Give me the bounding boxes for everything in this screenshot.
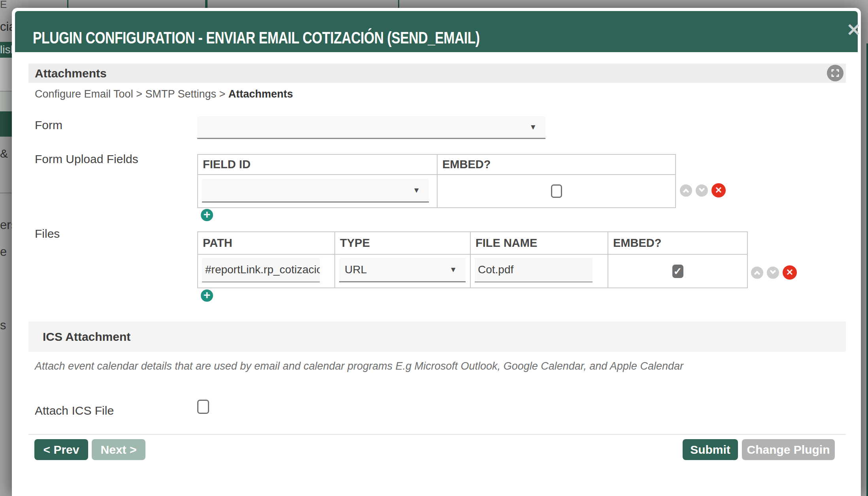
- dialog-title: PLUGIN CONFIGURATION - ENVIAR EMAIL COTI…: [33, 29, 480, 47]
- delete-icon: ✕: [786, 267, 793, 278]
- section-title: Attachments: [28, 64, 846, 83]
- file-name-input[interactable]: Cot.pdf: [475, 258, 593, 282]
- section-header-attachments: Attachments: [28, 64, 846, 83]
- type-select[interactable]: URL ▼: [339, 258, 466, 282]
- chevron-down-icon: ▼: [413, 186, 420, 194]
- page: E cial lish & E ers e s PLUGIN CONFIGURA…: [0, 0, 868, 496]
- column-header-embed: EMBED?: [438, 155, 675, 174]
- background-band-fragment: [0, 92, 13, 111]
- background-text-fragment: s: [0, 318, 6, 333]
- delete-row-button[interactable]: ✕: [783, 265, 797, 280]
- embed-cell: ✓: [608, 255, 747, 287]
- table-header-row: PATH TYPE FILE NAME EMBED?: [198, 232, 747, 255]
- plugin-configuration-dialog: PLUGIN CONFIGURATION - ENVIAR EMAIL COTI…: [12, 8, 861, 496]
- form-label: Form: [35, 118, 62, 132]
- delete-row-button[interactable]: ✕: [711, 183, 726, 197]
- type-cell: URL ▼: [335, 255, 471, 287]
- breadcrumb-link-smtp-settings[interactable]: SMTP Settings: [145, 88, 216, 100]
- move-down-button[interactable]: [696, 184, 708, 197]
- submit-button[interactable]: Submit: [683, 439, 738, 460]
- background-edge-fragment: [866, 43, 868, 496]
- background-divider-fragment: [0, 192, 12, 194]
- change-plugin-button[interactable]: Change Plugin: [742, 439, 835, 460]
- field-id-select[interactable]: ▼: [202, 179, 429, 203]
- attach-ics-file-label: Attach ICS File: [35, 404, 114, 417]
- prev-button[interactable]: < Prev: [34, 439, 88, 460]
- chevron-down-icon: ▼: [449, 265, 457, 274]
- move-up-button[interactable]: [680, 184, 692, 197]
- breadcrumb-separator: >: [219, 88, 226, 100]
- form-upload-fields-table: FIELD ID EMBED? ▼ ✓: [197, 154, 676, 208]
- breadcrumb-link-configure-email-tool[interactable]: Configure Email Tool: [35, 88, 133, 100]
- chevron-down-icon: ▼: [529, 123, 537, 132]
- breadcrumb: Configure Email Tool > SMTP Settings > A…: [35, 88, 293, 100]
- file-name-cell: Cot.pdf: [471, 255, 608, 287]
- column-header-file-name: FILE NAME: [471, 232, 608, 254]
- background-text-fragment: e: [0, 245, 7, 259]
- chevron-down-icon: [770, 268, 776, 274]
- form-upload-fields-label: Form Upload Fields: [35, 152, 138, 166]
- next-button[interactable]: Next >: [92, 439, 145, 460]
- section-header-ics-attachment: ICS Attachment: [28, 321, 846, 352]
- ics-section-title: ICS Attachment: [28, 321, 846, 352]
- background-band-fragment: [0, 111, 13, 137]
- add-icon: +: [204, 209, 211, 220]
- close-icon[interactable]: ✕: [841, 19, 866, 41]
- footer-divider: [28, 434, 846, 435]
- add-row-button[interactable]: +: [201, 289, 213, 302]
- files-table: PATH TYPE FILE NAME EMBED? #reportLink.r…: [197, 231, 748, 288]
- expand-icon[interactable]: [827, 65, 843, 81]
- files-label: Files: [35, 227, 60, 240]
- chevron-down-icon: [699, 186, 705, 192]
- table-header-row: FIELD ID EMBED?: [198, 155, 675, 175]
- embed-cell: ✓: [438, 175, 675, 207]
- embed-checkbox[interactable]: ✓: [672, 265, 683, 278]
- column-header-field-id: FIELD ID: [198, 155, 438, 174]
- move-up-button[interactable]: [751, 267, 763, 279]
- background-panel-fragment: [0, 58, 13, 91]
- table-row: #reportLink.rp_cotizacio URL ▼ Cot.pdf ✓: [198, 255, 747, 287]
- check-icon: ✓: [674, 266, 682, 276]
- delete-icon: ✕: [715, 185, 722, 195]
- column-header-type: TYPE: [335, 232, 471, 254]
- attach-ics-file-checkbox[interactable]: ✓: [197, 400, 209, 414]
- column-header-path: PATH: [198, 232, 335, 254]
- add-icon: +: [204, 289, 211, 301]
- path-cell: #reportLink.rp_cotizacio: [198, 255, 335, 287]
- chevron-up-icon: [754, 271, 760, 277]
- form-select[interactable]: ▼: [197, 116, 545, 139]
- add-row-button[interactable]: +: [201, 209, 213, 221]
- ics-description: Attach event calendar details that are u…: [35, 360, 683, 372]
- background-text-fragment: E: [0, 0, 7, 11]
- chevron-up-icon: [683, 188, 689, 195]
- path-input[interactable]: #reportLink.rp_cotizacio: [202, 258, 320, 282]
- background-tab-fragment: [206, 0, 399, 8]
- row-controls: ✕: [751, 265, 797, 280]
- type-select-value: URL: [345, 263, 367, 276]
- breadcrumb-current: Attachments: [228, 88, 293, 100]
- table-row: ▼ ✓: [198, 175, 675, 207]
- row-controls: ✕: [680, 183, 726, 197]
- dialog-header: PLUGIN CONFIGURATION - ENVIAR EMAIL COTI…: [15, 11, 858, 52]
- field-id-cell: ▼: [198, 175, 438, 207]
- column-header-embed: EMBED?: [608, 232, 747, 254]
- breadcrumb-separator: >: [136, 88, 142, 100]
- embed-checkbox[interactable]: ✓: [551, 184, 562, 198]
- move-down-button[interactable]: [767, 267, 779, 279]
- background-tab-fragment: [67, 0, 206, 8]
